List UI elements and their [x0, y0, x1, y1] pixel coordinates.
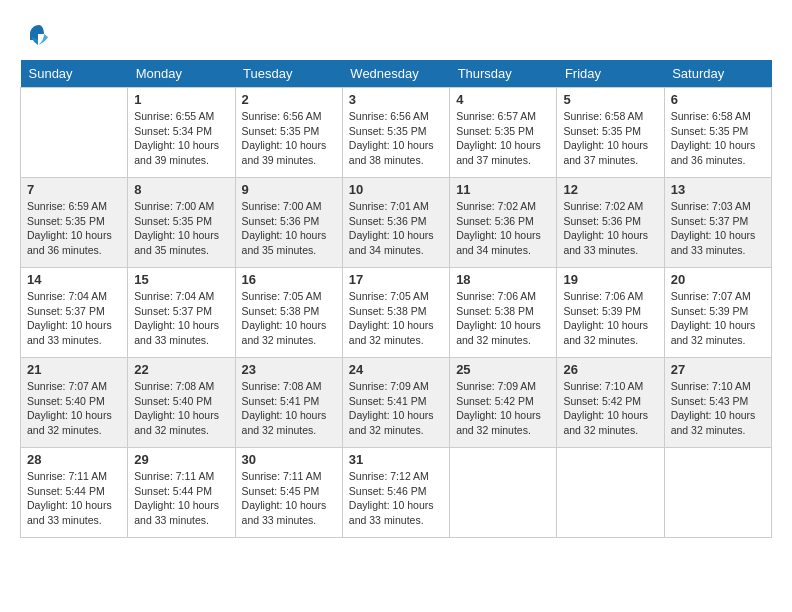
- day-cell: 12Sunrise: 7:02 AMSunset: 5:36 PMDayligh…: [557, 178, 664, 268]
- day-cell: 17Sunrise: 7:05 AMSunset: 5:38 PMDayligh…: [342, 268, 449, 358]
- day-cell: 28Sunrise: 7:11 AMSunset: 5:44 PMDayligh…: [21, 448, 128, 538]
- day-number: 24: [349, 362, 443, 377]
- week-row-1: 1Sunrise: 6:55 AMSunset: 5:34 PMDaylight…: [21, 88, 772, 178]
- day-info: Sunrise: 6:56 AMSunset: 5:35 PMDaylight:…: [242, 109, 336, 168]
- day-info: Sunrise: 7:08 AMSunset: 5:40 PMDaylight:…: [134, 379, 228, 438]
- logo: [20, 20, 54, 50]
- day-cell: [664, 448, 771, 538]
- day-cell: 29Sunrise: 7:11 AMSunset: 5:44 PMDayligh…: [128, 448, 235, 538]
- day-number: 27: [671, 362, 765, 377]
- day-info: Sunrise: 7:07 AMSunset: 5:39 PMDaylight:…: [671, 289, 765, 348]
- day-number: 7: [27, 182, 121, 197]
- day-number: 8: [134, 182, 228, 197]
- day-info: Sunrise: 7:06 AMSunset: 5:39 PMDaylight:…: [563, 289, 657, 348]
- header-day-monday: Monday: [128, 60, 235, 88]
- week-row-4: 21Sunrise: 7:07 AMSunset: 5:40 PMDayligh…: [21, 358, 772, 448]
- day-info: Sunrise: 7:04 AMSunset: 5:37 PMDaylight:…: [27, 289, 121, 348]
- day-number: 3: [349, 92, 443, 107]
- day-cell: 26Sunrise: 7:10 AMSunset: 5:42 PMDayligh…: [557, 358, 664, 448]
- day-cell: 16Sunrise: 7:05 AMSunset: 5:38 PMDayligh…: [235, 268, 342, 358]
- day-cell: 11Sunrise: 7:02 AMSunset: 5:36 PMDayligh…: [450, 178, 557, 268]
- day-info: Sunrise: 7:01 AMSunset: 5:36 PMDaylight:…: [349, 199, 443, 258]
- day-cell: 18Sunrise: 7:06 AMSunset: 5:38 PMDayligh…: [450, 268, 557, 358]
- day-number: 2: [242, 92, 336, 107]
- day-cell: 8Sunrise: 7:00 AMSunset: 5:35 PMDaylight…: [128, 178, 235, 268]
- day-info: Sunrise: 6:57 AMSunset: 5:35 PMDaylight:…: [456, 109, 550, 168]
- day-cell: 3Sunrise: 6:56 AMSunset: 5:35 PMDaylight…: [342, 88, 449, 178]
- day-info: Sunrise: 7:03 AMSunset: 5:37 PMDaylight:…: [671, 199, 765, 258]
- day-number: 1: [134, 92, 228, 107]
- header-day-thursday: Thursday: [450, 60, 557, 88]
- day-number: 9: [242, 182, 336, 197]
- day-info: Sunrise: 7:11 AMSunset: 5:44 PMDaylight:…: [134, 469, 228, 528]
- page-header: [20, 20, 772, 50]
- day-number: 13: [671, 182, 765, 197]
- day-number: 22: [134, 362, 228, 377]
- day-info: Sunrise: 6:58 AMSunset: 5:35 PMDaylight:…: [563, 109, 657, 168]
- day-number: 20: [671, 272, 765, 287]
- day-cell: 25Sunrise: 7:09 AMSunset: 5:42 PMDayligh…: [450, 358, 557, 448]
- day-number: 12: [563, 182, 657, 197]
- day-number: 30: [242, 452, 336, 467]
- day-info: Sunrise: 7:11 AMSunset: 5:45 PMDaylight:…: [242, 469, 336, 528]
- day-cell: 21Sunrise: 7:07 AMSunset: 5:40 PMDayligh…: [21, 358, 128, 448]
- day-info: Sunrise: 7:09 AMSunset: 5:42 PMDaylight:…: [456, 379, 550, 438]
- day-number: 16: [242, 272, 336, 287]
- day-info: Sunrise: 7:05 AMSunset: 5:38 PMDaylight:…: [242, 289, 336, 348]
- day-info: Sunrise: 7:11 AMSunset: 5:44 PMDaylight:…: [27, 469, 121, 528]
- day-cell: [557, 448, 664, 538]
- day-number: 26: [563, 362, 657, 377]
- day-number: 17: [349, 272, 443, 287]
- day-number: 19: [563, 272, 657, 287]
- day-info: Sunrise: 7:02 AMSunset: 5:36 PMDaylight:…: [563, 199, 657, 258]
- day-cell: 27Sunrise: 7:10 AMSunset: 5:43 PMDayligh…: [664, 358, 771, 448]
- day-cell: [21, 88, 128, 178]
- day-cell: 19Sunrise: 7:06 AMSunset: 5:39 PMDayligh…: [557, 268, 664, 358]
- day-number: 15: [134, 272, 228, 287]
- day-cell: 20Sunrise: 7:07 AMSunset: 5:39 PMDayligh…: [664, 268, 771, 358]
- day-cell: 30Sunrise: 7:11 AMSunset: 5:45 PMDayligh…: [235, 448, 342, 538]
- day-number: 14: [27, 272, 121, 287]
- day-info: Sunrise: 7:02 AMSunset: 5:36 PMDaylight:…: [456, 199, 550, 258]
- day-info: Sunrise: 7:00 AMSunset: 5:36 PMDaylight:…: [242, 199, 336, 258]
- day-cell: 15Sunrise: 7:04 AMSunset: 5:37 PMDayligh…: [128, 268, 235, 358]
- header-day-friday: Friday: [557, 60, 664, 88]
- header-day-wednesday: Wednesday: [342, 60, 449, 88]
- day-number: 25: [456, 362, 550, 377]
- header-row: SundayMondayTuesdayWednesdayThursdayFrid…: [21, 60, 772, 88]
- week-row-2: 7Sunrise: 6:59 AMSunset: 5:35 PMDaylight…: [21, 178, 772, 268]
- week-row-5: 28Sunrise: 7:11 AMSunset: 5:44 PMDayligh…: [21, 448, 772, 538]
- day-cell: 10Sunrise: 7:01 AMSunset: 5:36 PMDayligh…: [342, 178, 449, 268]
- day-cell: 6Sunrise: 6:58 AMSunset: 5:35 PMDaylight…: [664, 88, 771, 178]
- day-info: Sunrise: 6:58 AMSunset: 5:35 PMDaylight:…: [671, 109, 765, 168]
- day-info: Sunrise: 7:10 AMSunset: 5:43 PMDaylight:…: [671, 379, 765, 438]
- day-info: Sunrise: 7:09 AMSunset: 5:41 PMDaylight:…: [349, 379, 443, 438]
- day-info: Sunrise: 7:00 AMSunset: 5:35 PMDaylight:…: [134, 199, 228, 258]
- header-day-tuesday: Tuesday: [235, 60, 342, 88]
- day-cell: 22Sunrise: 7:08 AMSunset: 5:40 PMDayligh…: [128, 358, 235, 448]
- day-number: 28: [27, 452, 121, 467]
- day-info: Sunrise: 7:08 AMSunset: 5:41 PMDaylight:…: [242, 379, 336, 438]
- day-number: 11: [456, 182, 550, 197]
- day-cell: 14Sunrise: 7:04 AMSunset: 5:37 PMDayligh…: [21, 268, 128, 358]
- day-cell: 23Sunrise: 7:08 AMSunset: 5:41 PMDayligh…: [235, 358, 342, 448]
- day-cell: 7Sunrise: 6:59 AMSunset: 5:35 PMDaylight…: [21, 178, 128, 268]
- day-number: 4: [456, 92, 550, 107]
- day-info: Sunrise: 7:07 AMSunset: 5:40 PMDaylight:…: [27, 379, 121, 438]
- day-number: 23: [242, 362, 336, 377]
- day-info: Sunrise: 7:10 AMSunset: 5:42 PMDaylight:…: [563, 379, 657, 438]
- day-cell: 5Sunrise: 6:58 AMSunset: 5:35 PMDaylight…: [557, 88, 664, 178]
- header-day-sunday: Sunday: [21, 60, 128, 88]
- day-number: 18: [456, 272, 550, 287]
- day-cell: 24Sunrise: 7:09 AMSunset: 5:41 PMDayligh…: [342, 358, 449, 448]
- day-info: Sunrise: 7:06 AMSunset: 5:38 PMDaylight:…: [456, 289, 550, 348]
- day-number: 21: [27, 362, 121, 377]
- day-cell: 2Sunrise: 6:56 AMSunset: 5:35 PMDaylight…: [235, 88, 342, 178]
- day-info: Sunrise: 7:12 AMSunset: 5:46 PMDaylight:…: [349, 469, 443, 528]
- day-cell: [450, 448, 557, 538]
- logo-icon: [24, 20, 54, 50]
- header-day-saturday: Saturday: [664, 60, 771, 88]
- day-info: Sunrise: 6:55 AMSunset: 5:34 PMDaylight:…: [134, 109, 228, 168]
- day-number: 29: [134, 452, 228, 467]
- day-info: Sunrise: 6:56 AMSunset: 5:35 PMDaylight:…: [349, 109, 443, 168]
